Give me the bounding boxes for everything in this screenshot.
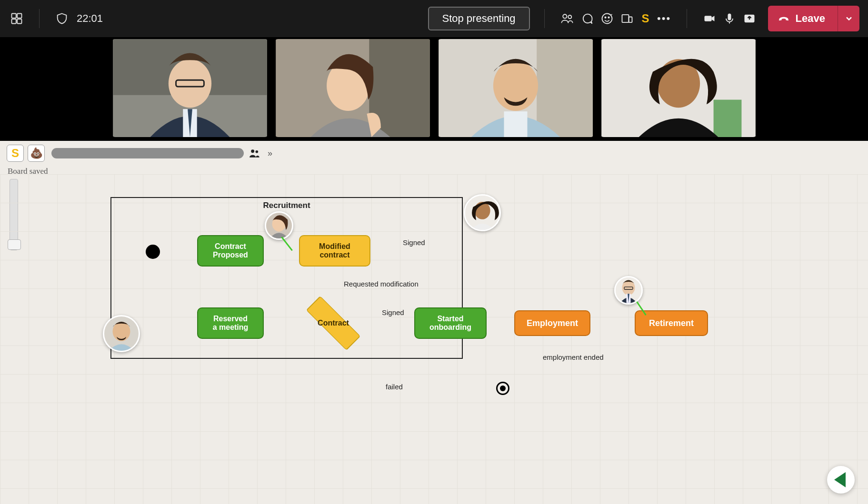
svg-rect-9: [622, 15, 629, 22]
leave-label: Leave: [796, 12, 825, 25]
more-actions-icon[interactable]: •••: [656, 10, 672, 27]
shield-icon[interactable]: [54, 10, 70, 27]
svg-rect-2: [12, 19, 16, 23]
edge-label-emp-ended: employment ended: [543, 353, 604, 361]
svg-point-5: [568, 15, 571, 19]
node-reserved-meeting[interactable]: Reserved a meeting: [197, 307, 264, 339]
participant-tile-2[interactable]: [274, 39, 431, 137]
separator: [687, 9, 687, 28]
cursor-avatar-4: [614, 276, 643, 305]
triangle-left-icon: [834, 472, 846, 487]
svg-point-4: [563, 14, 567, 18]
participant-tile-1[interactable]: [111, 39, 269, 137]
svg-point-30: [251, 149, 254, 153]
node-contract-decision[interactable]: Contract: [305, 306, 362, 340]
svg-point-8: [608, 17, 609, 18]
node-contract-decision-label: Contract: [305, 306, 362, 340]
edge-label-failed: failed: [386, 383, 403, 391]
node-contract-proposed[interactable]: Contract Proposed: [197, 235, 264, 267]
cursor-avatar-1: [265, 211, 293, 240]
separator: [39, 9, 40, 28]
toolbar-pill[interactable]: [51, 148, 244, 158]
leave-button-group: Leave: [768, 6, 859, 31]
svg-rect-0: [12, 14, 16, 18]
people-icon[interactable]: [559, 10, 575, 27]
svg-point-31: [256, 150, 259, 153]
app-s-icon[interactable]: S: [639, 12, 652, 25]
app-logo-s-icon[interactable]: S: [7, 145, 24, 162]
whiteboard-toolbar: S 💩 »: [7, 145, 272, 162]
mic-icon[interactable]: [721, 10, 738, 27]
leave-button[interactable]: Leave: [768, 6, 838, 31]
fab-collapse-button[interactable]: [827, 466, 855, 494]
meeting-top-bar: 22:01 Stop presenting S ••• Leave: [0, 0, 868, 37]
end-node[interactable]: [496, 382, 509, 395]
participant-tile-3[interactable]: [437, 39, 594, 137]
meeting-duration: 22:01: [77, 12, 103, 25]
shared-whiteboard-area: S 💩 » Board saved Recruitment Contract P…: [0, 141, 868, 504]
camera-icon[interactable]: [701, 10, 718, 27]
stop-presenting-button[interactable]: Stop presenting: [428, 7, 530, 30]
leave-chevron-button[interactable]: [838, 6, 859, 31]
participant-tile-4[interactable]: [600, 39, 757, 137]
node-modified-contract[interactable]: Modified contract: [299, 235, 370, 267]
edge-label-req-mod: Requested modification: [344, 280, 419, 288]
share-icon[interactable]: [741, 10, 758, 27]
separator: [544, 9, 545, 28]
cursor-avatar-3: [103, 315, 140, 352]
cursor-avatar-2: [464, 194, 501, 231]
expand-chevron-icon[interactable]: »: [268, 148, 272, 158]
edge-label-signed-top: Signed: [403, 238, 425, 247]
app-token-poop-icon[interactable]: 💩: [28, 145, 45, 162]
svg-rect-10: [629, 17, 632, 23]
svg-point-16: [168, 59, 211, 108]
svg-point-47: [113, 322, 130, 341]
svg-rect-24: [537, 39, 593, 137]
svg-rect-12: [728, 14, 731, 20]
grid-view-icon[interactable]: [9, 10, 25, 27]
rooms-icon[interactable]: [619, 10, 635, 27]
svg-rect-26: [504, 111, 527, 137]
svg-rect-3: [17, 19, 21, 23]
lane-title: Recruitment: [263, 201, 310, 210]
svg-point-7: [605, 17, 606, 18]
chat-icon[interactable]: [579, 10, 595, 27]
node-started-onboarding[interactable]: Started onboarding: [414, 307, 487, 339]
diagram-canvas[interactable]: Recruitment Contract Proposed Modified c…: [0, 174, 868, 504]
edge-label-signed-mid: Signed: [382, 308, 404, 316]
reactions-icon[interactable]: [599, 10, 615, 27]
svg-rect-1: [17, 14, 21, 18]
start-node[interactable]: [146, 245, 160, 259]
svg-rect-11: [704, 16, 711, 21]
participant-video-strip: [0, 37, 868, 141]
svg-rect-28: [713, 100, 741, 137]
node-employment[interactable]: Employment: [514, 310, 590, 336]
presence-people-icon[interactable]: [248, 146, 262, 160]
